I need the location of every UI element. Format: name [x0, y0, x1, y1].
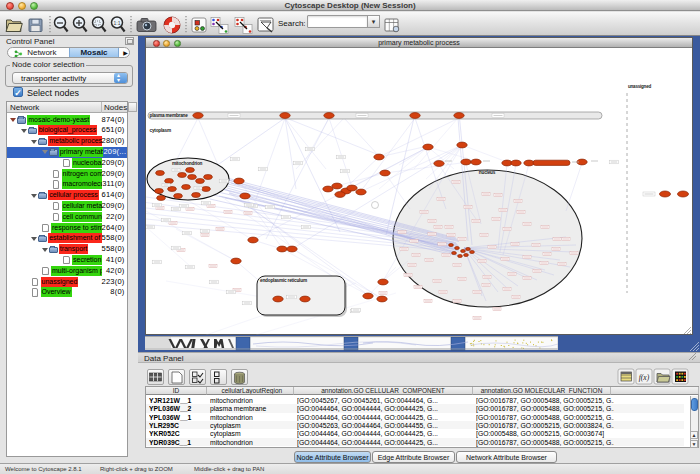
svg-text:1:1: 1:1: [114, 20, 121, 26]
svg-text:plasma membrane: plasma membrane: [150, 113, 189, 118]
svg-text:mitochondrion: mitochondrion: [172, 161, 203, 166]
svg-text:cytoplasm: cytoplasm: [150, 128, 171, 133]
svg-text:nucleus: nucleus: [479, 170, 496, 175]
svg-text:f(x): f(x): [639, 373, 650, 382]
svg-text:unassigned: unassigned: [628, 84, 651, 89]
svg-text:endoplasmic reticulum: endoplasmic reticulum: [260, 278, 307, 283]
